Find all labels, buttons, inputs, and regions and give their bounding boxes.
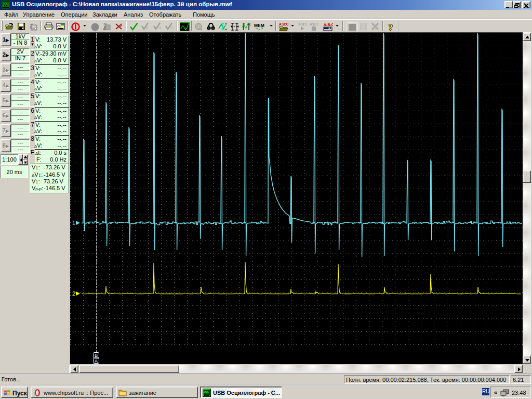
svg-text:MEM: MEM — [254, 23, 264, 28]
svg-text:2: 2 — [72, 290, 75, 297]
svg-text:A:B:C: A:B:C — [310, 22, 318, 26]
svg-text:A:B:C: A:B:C — [279, 22, 289, 26]
svg-text:A:B:C: A:B:C — [324, 23, 333, 26]
svg-text:B: B — [95, 353, 98, 358]
svg-text:1: 1 — [72, 220, 75, 226]
svg-text:A: A — [95, 358, 98, 364]
svg-text:?: ? — [389, 23, 393, 32]
svg-text:A:B:C: A:B:C — [298, 22, 307, 26]
